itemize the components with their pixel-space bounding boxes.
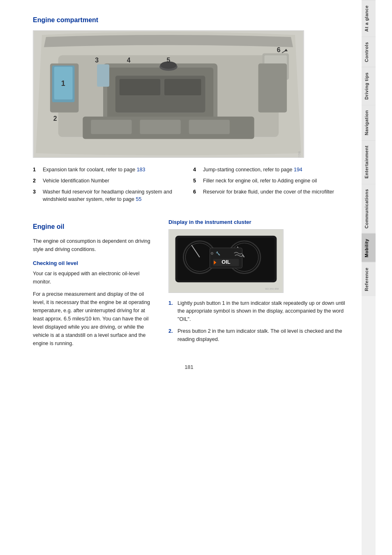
part-item-6: 6 Reservoir for brake fluid, under the c… bbox=[193, 188, 345, 196]
step-2: 2. Press button 2 in the turn indicator … bbox=[168, 327, 345, 343]
page-link-55[interactable]: 55 bbox=[136, 196, 142, 202]
engine-compartment-title: Engine compartment bbox=[33, 12, 345, 24]
engine-oil-left-col: Engine oil The engine oil consumption is… bbox=[33, 219, 156, 352]
page-link-183[interactable]: 183 bbox=[137, 167, 145, 173]
checking-oil-para2: For a precise measurement and display of… bbox=[33, 290, 156, 348]
svg-rect-22 bbox=[258, 63, 287, 112]
svg-text:🔧: 🔧 bbox=[216, 251, 221, 256]
page-link-194[interactable]: 194 bbox=[294, 167, 302, 173]
engine-oil-title: Engine oil bbox=[33, 219, 156, 230]
svg-text:OIL: OIL bbox=[221, 259, 231, 265]
part-item-1: 1 Expansion tank for coolant, refer to p… bbox=[33, 166, 185, 174]
parts-list-right: 4 Jump-starting connection, refer to pag… bbox=[193, 166, 345, 207]
part-item-3: 3 Washer fluid reservoir for headlamp cl… bbox=[33, 188, 185, 204]
svg-rect-25 bbox=[140, 120, 180, 134]
engine-oil-right-col: Display in the instrument cluster bbox=[168, 219, 345, 352]
svg-rect-9 bbox=[97, 64, 109, 87]
side-tabs: At a glance Controls Driving tips Naviga… bbox=[362, 0, 376, 555]
svg-rect-24 bbox=[91, 120, 131, 134]
engine-compartment-image-wrapper: 1 2 3 4 5 bbox=[33, 30, 304, 158]
tab-controls[interactable]: Controls bbox=[362, 37, 376, 67]
engine-oil-intro: The engine oil consumption is dependent … bbox=[33, 237, 156, 253]
part-item-4: 4 Jump-starting connection, refer to pag… bbox=[193, 166, 345, 174]
engine-compartment-image: 1 2 3 4 5 bbox=[33, 30, 304, 158]
tab-entertainment[interactable]: Entertainment bbox=[362, 140, 376, 183]
svg-rect-17 bbox=[164, 79, 201, 95]
part-item-2: 2 Vehicle Identification Number bbox=[33, 177, 185, 185]
checking-oil-level-title: Checking oil level bbox=[33, 260, 156, 266]
svg-text:⚙: ⚙ bbox=[210, 251, 214, 256]
tab-communications[interactable]: Communications bbox=[362, 184, 376, 233]
svg-text:W2-34A-MM: W2-34A-MM bbox=[265, 288, 279, 290]
svg-text:W2-34BF-MM: W2-34BF-MM bbox=[298, 151, 301, 157]
svg-rect-26 bbox=[189, 120, 230, 134]
svg-rect-16 bbox=[120, 79, 160, 95]
svg-text:2: 2 bbox=[53, 115, 57, 122]
oil-check-steps: 1. Lightly push button 1 in the turn ind… bbox=[168, 299, 345, 343]
tab-navigation[interactable]: Navigation bbox=[362, 105, 376, 140]
part-item-5: 5 Filler neck for engine oil, refer to A… bbox=[193, 177, 345, 185]
tab-at-a-glance[interactable]: At a glance bbox=[362, 0, 376, 37]
svg-text:5: 5 bbox=[167, 57, 171, 64]
checking-oil-para1: Your car is equipped with an electronic … bbox=[33, 269, 156, 286]
tab-reference[interactable]: Reference bbox=[362, 262, 376, 296]
engine-oil-section: Engine oil The engine oil consumption is… bbox=[33, 219, 345, 352]
parts-list: 1 Expansion tank for coolant, refer to p… bbox=[33, 166, 345, 207]
svg-text:4: 4 bbox=[127, 57, 131, 64]
page-number: 181 bbox=[33, 364, 345, 370]
instrument-cluster-image: OIL ⚙ 🔧 W2-34A-MM bbox=[168, 229, 284, 293]
step-1: 1. Lightly push button 1 in the turn ind… bbox=[168, 299, 345, 323]
svg-text:1: 1 bbox=[61, 79, 65, 88]
tab-driving-tips[interactable]: Driving tips bbox=[362, 67, 376, 105]
display-cluster-title: Display in the instrument cluster bbox=[168, 219, 345, 225]
svg-text:3: 3 bbox=[95, 57, 99, 64]
parts-list-left: 1 Expansion tank for coolant, refer to p… bbox=[33, 166, 185, 207]
tab-mobility[interactable]: Mobility bbox=[362, 233, 376, 263]
svg-text:6: 6 bbox=[277, 46, 281, 53]
